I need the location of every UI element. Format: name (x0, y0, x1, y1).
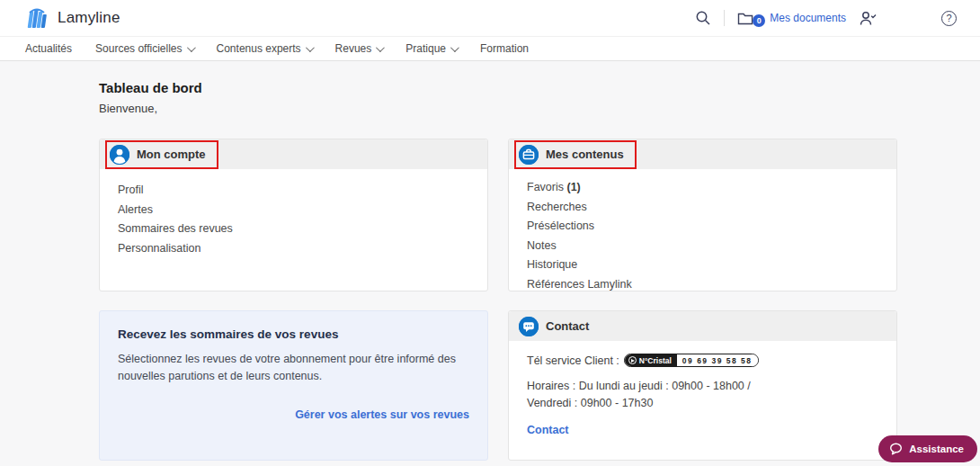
documents-label: Mes documents (770, 12, 846, 24)
assistance-button[interactable]: Assistance (878, 435, 977, 462)
manage-alerts-link[interactable]: Gérer vos alertes sur vos revues (118, 408, 469, 421)
journal-alerts-description: Sélectionnez les revues de votre abonnem… (118, 351, 469, 386)
assistance-label: Assistance (909, 444, 964, 454)
assistance-chat-icon (889, 443, 903, 455)
briefcase-icon (519, 145, 539, 165)
opening-hours: Horaires : Du lundi au jeudi : 09h00 - 1… (527, 378, 878, 413)
journal-alerts-title: Recevez les sommaires de vos revues (118, 327, 469, 341)
contents-card-title: Mes contenus (546, 148, 624, 161)
annotation-highlight-box: Mon compte (105, 140, 218, 169)
brand-name: Lamyline (58, 9, 120, 27)
hours-line-2: Vendredi : 09h00 - 17h30 (527, 395, 878, 412)
nav-item-pratique[interactable]: Pratique (405, 42, 457, 55)
chevron-down-icon (306, 43, 315, 52)
folder-icon (737, 12, 753, 25)
nav-label: Pratique (405, 42, 446, 55)
nav-item-formation[interactable]: Formation (480, 42, 529, 55)
annotation-highlight-box: Mes contenus (514, 140, 637, 169)
hours-line-1: Horaires : Du lundi au jeudi : 09h00 - 1… (527, 378, 878, 395)
chevron-down-icon (186, 43, 195, 52)
nav-label: Sources officielles (95, 42, 183, 55)
nav-item-revues[interactable]: Revues (335, 42, 383, 55)
contents-link-historique[interactable]: Historique (527, 258, 896, 271)
welcome-text: Bienvenue, (99, 102, 897, 115)
page-title: Tableau de bord (99, 80, 897, 95)
nav-label: Contenus experts (217, 42, 301, 55)
contents-link-preselections[interactable]: Présélections (527, 220, 896, 232)
account-link-profil[interactable]: Profil (118, 184, 487, 196)
brand-logo[interactable]: Lamyline (25, 6, 120, 31)
my-documents-button[interactable]: 0 Mes documents (737, 9, 846, 27)
item-count: (1) (566, 181, 580, 193)
chevron-down-icon (450, 43, 459, 52)
nav-label: Formation (480, 42, 529, 55)
account-link-sommaires[interactable]: Sommaires des revues (118, 222, 487, 235)
item-label: Favoris (527, 181, 564, 193)
journal-alerts-card: Recevez les sommaires de vos revues Séle… (99, 310, 488, 461)
chat-bubble-icon (519, 317, 539, 336)
top-header: Lamyline 0 Mes documents ? (0, 0, 980, 36)
header-divider (724, 10, 725, 26)
cristal-arrow-icon (628, 356, 637, 364)
user-icon (110, 145, 129, 165)
lamyline-logo-icon (25, 6, 49, 31)
cristal-phone-badge: N°Cristal 09 69 39 58 58 (624, 354, 759, 367)
nav-label: Revues (335, 42, 372, 55)
account-card: Mon compte Profil Alertes Sommaires des … (99, 139, 488, 291)
nav-item-actualites[interactable]: Actualités (25, 42, 72, 55)
cristal-brand: N°Cristal (639, 356, 672, 365)
contents-card-header: Mes contenus (509, 139, 896, 169)
user-account-icon[interactable] (859, 11, 877, 26)
phone-label: Tél service Client : (527, 354, 619, 367)
contents-link-favoris[interactable]: Favoris (1) (527, 181, 896, 193)
main-nav: Actualités Sources officielles Contenus … (0, 36, 980, 61)
contents-link-references-lamylink[interactable]: Références Lamylink (527, 278, 896, 291)
contact-link[interactable]: Contact (527, 424, 569, 436)
phone-number: 09 69 39 58 58 (677, 354, 758, 366)
help-icon[interactable]: ? (941, 11, 957, 26)
contact-card-header: Contact (509, 311, 896, 341)
nav-item-sources-officielles[interactable]: Sources officielles (95, 42, 193, 55)
contact-card: Contact Tél service Client : N°Cristal 0… (508, 310, 897, 461)
contents-link-recherches[interactable]: Recherches (527, 201, 896, 213)
account-link-personnalisation[interactable]: Personnalisation (118, 242, 487, 255)
contents-link-notes[interactable]: Notes (527, 239, 896, 252)
search-icon[interactable] (695, 10, 711, 26)
nav-label: Actualités (25, 42, 72, 55)
dashboard-content: Tableau de bord Bienvenue, Mon compte (99, 80, 897, 461)
documents-count-badge: 0 (753, 14, 765, 27)
contact-card-title: Contact (546, 319, 589, 333)
account-card-title: Mon compte (137, 148, 206, 161)
contents-card: Mes contenus Favoris (1) Recherches Prés… (508, 139, 897, 291)
account-card-header: Mon compte (100, 139, 487, 169)
nav-item-contenus-experts[interactable]: Contenus experts (217, 42, 312, 55)
account-link-alertes[interactable]: Alertes (118, 203, 487, 216)
chevron-down-icon (376, 43, 385, 52)
